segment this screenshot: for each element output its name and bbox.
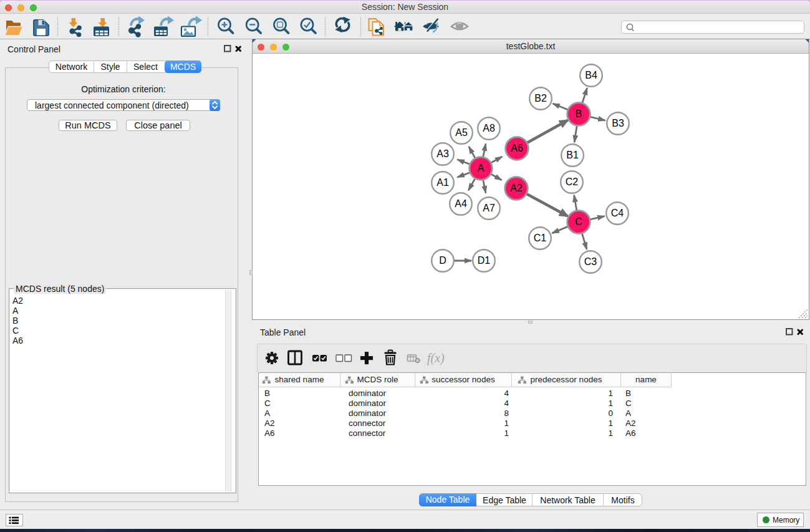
svg-text:f(x): f(x) — [427, 351, 445, 365]
svg-text:A1: A1 — [436, 177, 449, 188]
svg-text:B1: B1 — [566, 150, 579, 160]
svg-text:A8: A8 — [483, 123, 495, 133]
svg-text:B3: B3 — [612, 118, 624, 128]
svg-text:A4: A4 — [455, 198, 467, 209]
svg-text:C4: C4 — [611, 208, 624, 218]
svg-text:C2: C2 — [566, 177, 579, 187]
svg-text:A: A — [478, 163, 485, 173]
svg-text:B2: B2 — [534, 93, 547, 104]
svg-text:C1: C1 — [534, 233, 547, 243]
svg-text:A7: A7 — [483, 203, 495, 213]
svg-text:C: C — [575, 216, 582, 227]
svg-text:B4: B4 — [585, 70, 597, 80]
svg-text:D: D — [439, 255, 446, 266]
svg-text:A2: A2 — [510, 183, 523, 193]
svg-text:A3: A3 — [436, 148, 449, 159]
svg-text:D1: D1 — [478, 255, 491, 266]
svg-text:A5: A5 — [455, 127, 468, 138]
svg-text:A6: A6 — [511, 143, 523, 153]
svg-text:C3: C3 — [584, 256, 597, 267]
svg-text:B: B — [576, 109, 582, 119]
